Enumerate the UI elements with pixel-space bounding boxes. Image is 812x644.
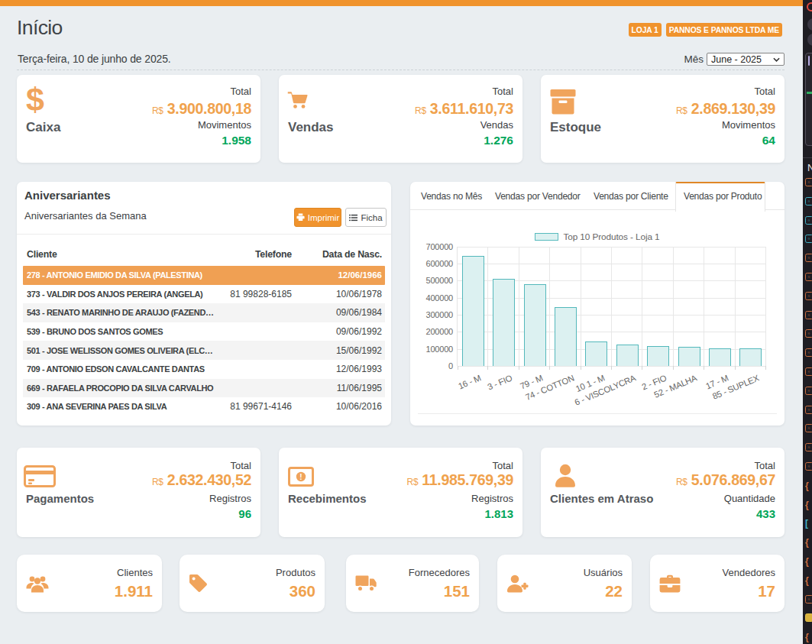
currency-prefix: R$ (152, 105, 163, 116)
birthdate-cell: 10/06/2016 (293, 401, 385, 412)
orange-square-icon: ◦ (805, 254, 812, 262)
strip-cursor (808, 56, 810, 66)
chart-bar[interactable] (585, 341, 607, 366)
ficha-button[interactable]: Ficha (345, 208, 387, 227)
amount-text: 5.076.869,67 (691, 471, 775, 488)
tab-0[interactable]: Vendas no Mês (421, 182, 482, 210)
page-title: Início (17, 16, 63, 40)
gridline (673, 247, 674, 367)
mini-label: Produtos (276, 567, 315, 578)
mini-card-clientes: Clientes 1.911 (17, 555, 162, 612)
count-label: Registros (209, 493, 251, 504)
current-date: Terça-feira, 10 de junho de 2025. (18, 53, 171, 65)
tab-3[interactable]: Vendas por Produto (684, 182, 762, 210)
x-axis-tick-label: 16 - M (457, 373, 482, 390)
client-cell: 501 - JOSE WELISSON GOMES OLIVEIRA (ELC… (23, 346, 220, 355)
month-select[interactable]: June - 2025 (707, 53, 785, 66)
chart-bar[interactable] (555, 307, 577, 366)
orange-square-icon: ◦ (805, 292, 812, 300)
count-label: Quantidade (724, 493, 775, 504)
birthdate-cell: 12/06/1993 (293, 364, 385, 374)
month-select-value: June - 2025 (711, 54, 762, 65)
chart-bar[interactable] (647, 346, 669, 366)
total-value: R$2.632.430,52 (152, 471, 251, 489)
total-label: Total (493, 86, 513, 97)
yellow-square-icon: ◦ (805, 613, 812, 622)
x-axis-tick (642, 366, 642, 370)
store-button[interactable]: LOJA 1 (629, 23, 662, 37)
month-picker: Mês June - 2025 (684, 53, 785, 66)
printer-icon (296, 213, 305, 222)
table-row[interactable]: 373 - VALDIR DOS ANJOS PEREIRA (ANGELA)8… (23, 285, 385, 304)
side-editor-strip[interactable]: N ◦◦◦◦◦◦◦◦◦◦◦◦◦◦◦◦{{[{{{◦◦{ (803, 0, 812, 644)
list-icon (349, 214, 357, 222)
amount-text: 11.985.769,39 (422, 471, 513, 488)
client-cell: 669 - RAFAELA PROCOPIO DA SILVA CARVALHO (23, 383, 220, 393)
print-button[interactable]: Imprimir (294, 208, 341, 227)
mini-value: 151 (444, 582, 470, 600)
table-row[interactable]: 309 - ANA SEVERINA PAES DA SILVA81 99671… (23, 397, 385, 416)
y-axis-tick-label: 500000 (407, 276, 453, 285)
chart-bar[interactable] (524, 284, 546, 366)
table-row[interactable]: 539 - BRUNO DOS SANTOS GOMES09/06/1992 (23, 322, 385, 341)
chart-bar[interactable] (616, 345, 639, 366)
table-row[interactable]: 709 - ANTONIO EDSON CAVALCANTE DANTAS12/… (23, 360, 385, 379)
month-label: Mês (684, 53, 704, 65)
table-row[interactable]: 669 - RAFAELA PROCOPIO DA SILVA CARVALHO… (23, 379, 385, 398)
birthdate-cell: 09/06/1992 (293, 326, 385, 337)
mini-card-fornecedores: Fornecedores 151 (346, 555, 479, 612)
chart-bar[interactable] (678, 347, 700, 366)
x-axis-tick (765, 366, 766, 370)
amount-text: 3.900.800,18 (167, 100, 251, 117)
birthdate-cell: 15/06/1992 (293, 345, 385, 356)
mini-card-vendedores: Vendedores 17 (650, 555, 785, 612)
x-axis-tick (735, 366, 736, 370)
chart-plot-area (457, 247, 765, 367)
orange-square-icon: ◦ (805, 348, 812, 357)
card-name: Clientes em Atraso (550, 492, 653, 505)
y-axis-tick-label: 0 (407, 361, 453, 371)
table-row[interactable]: 543 - RENATO MARINHO DE ARAUJO (FAZEND…0… (23, 303, 385, 322)
card-name: Caixa (26, 120, 60, 135)
orange-square-icon: ◦ (805, 367, 812, 376)
legend-label: Top 10 Produtos - Loja 1 (563, 231, 659, 242)
credit-card-icon (24, 465, 56, 487)
cyan-bracket-icon: [ (805, 519, 812, 529)
currency-prefix: R$ (676, 105, 687, 116)
mini-label: Usuários (584, 567, 623, 578)
orange-square-icon: ◦ (805, 329, 812, 338)
chart-bar[interactable] (493, 279, 515, 366)
sales-chart: Top 10 Produtos - Loja 10100000200000300… (410, 210, 785, 413)
ficha-button-label: Ficha (361, 213, 382, 222)
total-label: Total (493, 460, 513, 471)
total-value: R$2.869.130,39 (676, 100, 775, 118)
tab-2[interactable]: Vendas por Cliente (594, 182, 668, 210)
chart-legend[interactable]: Top 10 Produtos - Loja 1 (410, 231, 785, 242)
table-row[interactable]: 501 - JOSE WELISSON GOMES OLIVEIRA (ELC…… (23, 341, 385, 360)
chart-bar[interactable] (709, 348, 731, 366)
client-cell: 278 - ANTONIO EMIDIO DA SILVA (PALESTINA… (23, 270, 220, 280)
phone-cell: 81 99828-6185 (220, 289, 293, 299)
mini-label: Fornecedores (409, 567, 470, 578)
sales-tabstrip: Vendas no MêsVendas por VendedorVendas p… (410, 182, 785, 210)
mini-value: 360 (290, 582, 315, 600)
phone-cell: 81 99671-4146 (220, 401, 293, 412)
panel-footer-divider (418, 413, 777, 414)
table-row[interactable]: 278 - ANTONIO EMIDIO DA SILVA (PALESTINA… (23, 266, 385, 285)
legend-swatch (535, 233, 558, 241)
company-button[interactable]: PANNOS E PANNOS LTDA ME (666, 23, 782, 37)
y-axis-tick-label: 700000 (407, 242, 453, 251)
client-cell: 543 - RENATO MARINHO DE ARAUJO (FAZEND… (23, 308, 220, 317)
count-label: Movimentos (722, 119, 775, 131)
card-name: Recebimentos (288, 492, 367, 505)
client-cell: 539 - BRUNO DOS SANTOS GOMES (23, 327, 220, 336)
tab-1[interactable]: Vendas por Vendedor (495, 182, 581, 210)
mini-card-produtos: Produtos 360 (180, 555, 325, 612)
chart-bar[interactable] (462, 256, 484, 366)
chart-bar[interactable] (739, 348, 762, 366)
mini-value: 17 (758, 582, 775, 600)
card-caixa: $ Caixa Total R$3.900.800,18 Movimentos … (17, 75, 260, 163)
orange-square-icon: ◦ (805, 443, 812, 451)
mini-value: 1.911 (115, 582, 153, 600)
total-label: Total (755, 86, 775, 97)
